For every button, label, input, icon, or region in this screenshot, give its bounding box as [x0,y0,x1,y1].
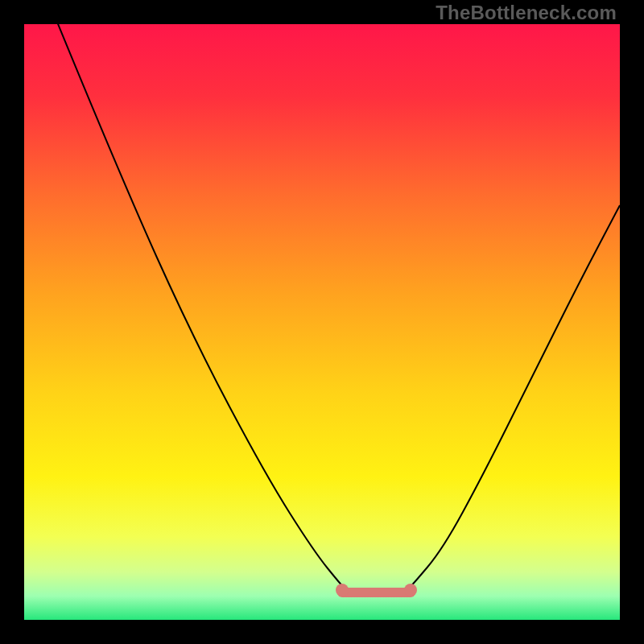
chart-frame [0,0,644,644]
watermark-text: TheBottleneck.com [436,2,617,24]
